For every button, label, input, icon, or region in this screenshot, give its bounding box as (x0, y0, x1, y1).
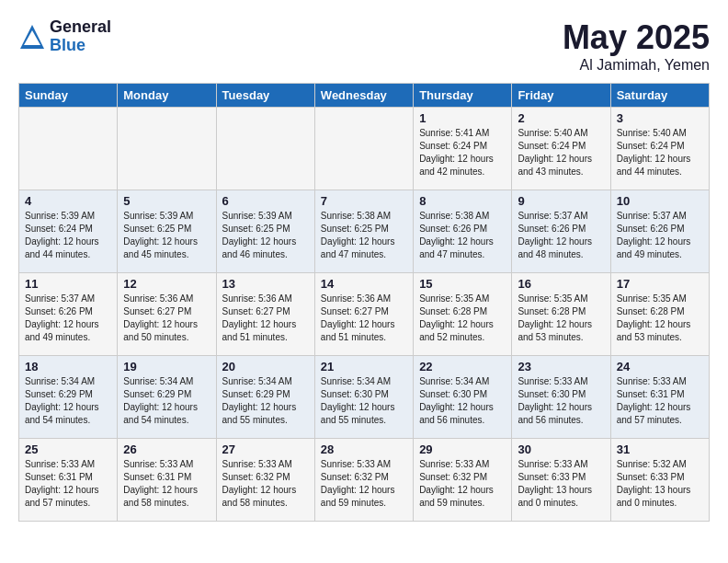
calendar-cell: 4Sunrise: 5:39 AM Sunset: 6:24 PM Daylig… (19, 190, 118, 273)
day-number: 26 (123, 442, 210, 456)
cell-info: Sunrise: 5:36 AM Sunset: 6:27 PM Dayligh… (123, 293, 210, 344)
calendar-cell: 27Sunrise: 5:33 AM Sunset: 6:32 PM Dayli… (216, 439, 314, 522)
day-number: 27 (222, 442, 309, 456)
calendar-week-5: 25Sunrise: 5:33 AM Sunset: 6:31 PM Dayli… (19, 439, 710, 522)
cell-info: Sunrise: 5:38 AM Sunset: 6:26 PM Dayligh… (419, 210, 506, 261)
calendar-cell: 22Sunrise: 5:34 AM Sunset: 6:30 PM Dayli… (414, 356, 512, 439)
calendar-cell: 20Sunrise: 5:34 AM Sunset: 6:29 PM Dayli… (216, 356, 314, 439)
cell-info: Sunrise: 5:35 AM Sunset: 6:28 PM Dayligh… (617, 293, 703, 344)
calendar-week-4: 18Sunrise: 5:34 AM Sunset: 6:29 PM Dayli… (19, 356, 710, 439)
day-number: 20 (222, 360, 309, 373)
calendar-week-3: 11Sunrise: 5:37 AM Sunset: 6:26 PM Dayli… (19, 273, 710, 356)
calendar-cell: 2Sunrise: 5:40 AM Sunset: 6:24 PM Daylig… (512, 108, 610, 190)
cell-info: Sunrise: 5:34 AM Sunset: 6:30 PM Dayligh… (321, 375, 407, 427)
calendar-title: May 2025 (563, 18, 710, 57)
day-number: 30 (518, 442, 604, 456)
calendar-cell: 7Sunrise: 5:38 AM Sunset: 6:25 PM Daylig… (314, 190, 413, 273)
day-number: 1 (419, 111, 506, 125)
cell-info: Sunrise: 5:33 AM Sunset: 6:32 PM Dayligh… (419, 458, 506, 510)
calendar-cell: 14Sunrise: 5:36 AM Sunset: 6:27 PM Dayli… (314, 273, 413, 356)
calendar-cell: 10Sunrise: 5:37 AM Sunset: 6:26 PM Dayli… (610, 190, 709, 273)
day-number: 19 (123, 360, 210, 373)
day-number: 29 (419, 442, 506, 456)
day-number: 4 (25, 194, 111, 208)
day-number: 22 (419, 360, 506, 373)
calendar-table: SundayMondayTuesdayWednesdayThursdayFrid… (18, 83, 710, 522)
cell-info: Sunrise: 5:37 AM Sunset: 6:26 PM Dayligh… (617, 210, 703, 261)
cell-info: Sunrise: 5:32 AM Sunset: 6:33 PM Dayligh… (617, 458, 703, 510)
calendar-cell: 29Sunrise: 5:33 AM Sunset: 6:32 PM Dayli… (414, 439, 512, 522)
calendar-cell (19, 108, 118, 190)
calendar-week-1: 1Sunrise: 5:41 AM Sunset: 6:24 PM Daylig… (19, 108, 710, 190)
day-number: 31 (617, 442, 703, 456)
day-number: 2 (518, 111, 604, 125)
calendar-cell: 23Sunrise: 5:33 AM Sunset: 6:30 PM Dayli… (512, 356, 610, 439)
column-header-saturday: Saturday (610, 84, 709, 108)
day-number: 11 (25, 277, 111, 291)
calendar-cell: 26Sunrise: 5:33 AM Sunset: 6:31 PM Dayli… (118, 439, 216, 522)
day-number: 23 (518, 360, 604, 373)
day-number: 25 (25, 442, 111, 456)
calendar-cell: 25Sunrise: 5:33 AM Sunset: 6:31 PM Dayli… (19, 439, 118, 522)
column-header-sunday: Sunday (19, 84, 118, 108)
page-header: General Blue May 2025 Al Jamimah, Yemen (18, 18, 710, 74)
calendar-cell: 31Sunrise: 5:32 AM Sunset: 6:33 PM Dayli… (610, 439, 709, 522)
logo-general: General (50, 18, 111, 37)
calendar-cell: 19Sunrise: 5:34 AM Sunset: 6:29 PM Dayli… (118, 356, 216, 439)
day-number: 13 (222, 277, 309, 291)
day-number: 3 (617, 111, 703, 125)
calendar-cell (314, 108, 413, 190)
calendar-cell: 21Sunrise: 5:34 AM Sunset: 6:30 PM Dayli… (314, 356, 413, 439)
day-number: 24 (617, 360, 703, 373)
calendar-cell (216, 108, 314, 190)
calendar-cell: 3Sunrise: 5:40 AM Sunset: 6:24 PM Daylig… (610, 108, 709, 190)
cell-info: Sunrise: 5:33 AM Sunset: 6:33 PM Dayligh… (518, 458, 604, 510)
calendar-cell: 17Sunrise: 5:35 AM Sunset: 6:28 PM Dayli… (610, 273, 709, 356)
cell-info: Sunrise: 5:33 AM Sunset: 6:31 PM Dayligh… (123, 458, 210, 510)
calendar-cell: 8Sunrise: 5:38 AM Sunset: 6:26 PM Daylig… (414, 190, 512, 273)
day-number: 5 (123, 194, 210, 208)
cell-info: Sunrise: 5:39 AM Sunset: 6:25 PM Dayligh… (123, 210, 210, 261)
cell-info: Sunrise: 5:40 AM Sunset: 6:24 PM Dayligh… (617, 127, 703, 178)
column-header-wednesday: Wednesday (314, 84, 413, 108)
cell-info: Sunrise: 5:41 AM Sunset: 6:24 PM Dayligh… (419, 127, 506, 178)
cell-info: Sunrise: 5:33 AM Sunset: 6:31 PM Dayligh… (25, 458, 111, 510)
cell-info: Sunrise: 5:35 AM Sunset: 6:28 PM Dayligh… (518, 293, 604, 344)
calendar-cell: 13Sunrise: 5:36 AM Sunset: 6:27 PM Dayli… (216, 273, 314, 356)
day-number: 10 (617, 194, 703, 208)
day-number: 28 (321, 442, 407, 456)
cell-info: Sunrise: 5:39 AM Sunset: 6:24 PM Dayligh… (25, 210, 111, 261)
cell-info: Sunrise: 5:39 AM Sunset: 6:25 PM Dayligh… (222, 210, 309, 261)
calendar-cell: 12Sunrise: 5:36 AM Sunset: 6:27 PM Dayli… (118, 273, 216, 356)
calendar-week-2: 4Sunrise: 5:39 AM Sunset: 6:24 PM Daylig… (19, 190, 710, 273)
cell-info: Sunrise: 5:36 AM Sunset: 6:27 PM Dayligh… (321, 293, 407, 344)
cell-info: Sunrise: 5:34 AM Sunset: 6:29 PM Dayligh… (123, 375, 210, 427)
cell-info: Sunrise: 5:36 AM Sunset: 6:27 PM Dayligh… (222, 293, 309, 344)
cell-info: Sunrise: 5:40 AM Sunset: 6:24 PM Dayligh… (518, 127, 604, 178)
column-header-friday: Friday (512, 84, 610, 108)
calendar-location: Al Jamimah, Yemen (563, 57, 710, 74)
day-number: 21 (321, 360, 407, 373)
day-number: 6 (222, 194, 309, 208)
calendar-cell: 1Sunrise: 5:41 AM Sunset: 6:24 PM Daylig… (414, 108, 512, 190)
title-block: May 2025 Al Jamimah, Yemen (563, 18, 710, 74)
cell-info: Sunrise: 5:37 AM Sunset: 6:26 PM Dayligh… (25, 293, 111, 344)
day-number: 8 (419, 194, 506, 208)
calendar-cell: 18Sunrise: 5:34 AM Sunset: 6:29 PM Dayli… (19, 356, 118, 439)
column-header-monday: Monday (118, 84, 216, 108)
day-number: 17 (617, 277, 703, 291)
column-header-tuesday: Tuesday (216, 84, 314, 108)
cell-info: Sunrise: 5:33 AM Sunset: 6:32 PM Dayligh… (321, 458, 407, 510)
day-number: 9 (518, 194, 604, 208)
calendar-cell: 24Sunrise: 5:33 AM Sunset: 6:31 PM Dayli… (610, 356, 709, 439)
logo-icon (18, 23, 46, 51)
calendar-header-row: SundayMondayTuesdayWednesdayThursdayFrid… (19, 84, 710, 108)
calendar-cell: 16Sunrise: 5:35 AM Sunset: 6:28 PM Dayli… (512, 273, 610, 356)
day-number: 15 (419, 277, 506, 291)
calendar-cell: 6Sunrise: 5:39 AM Sunset: 6:25 PM Daylig… (216, 190, 314, 273)
calendar-cell (118, 108, 216, 190)
cell-info: Sunrise: 5:33 AM Sunset: 6:32 PM Dayligh… (222, 458, 309, 510)
cell-info: Sunrise: 5:34 AM Sunset: 6:29 PM Dayligh… (25, 375, 111, 427)
cell-info: Sunrise: 5:38 AM Sunset: 6:25 PM Dayligh… (321, 210, 407, 261)
cell-info: Sunrise: 5:34 AM Sunset: 6:30 PM Dayligh… (419, 375, 506, 427)
